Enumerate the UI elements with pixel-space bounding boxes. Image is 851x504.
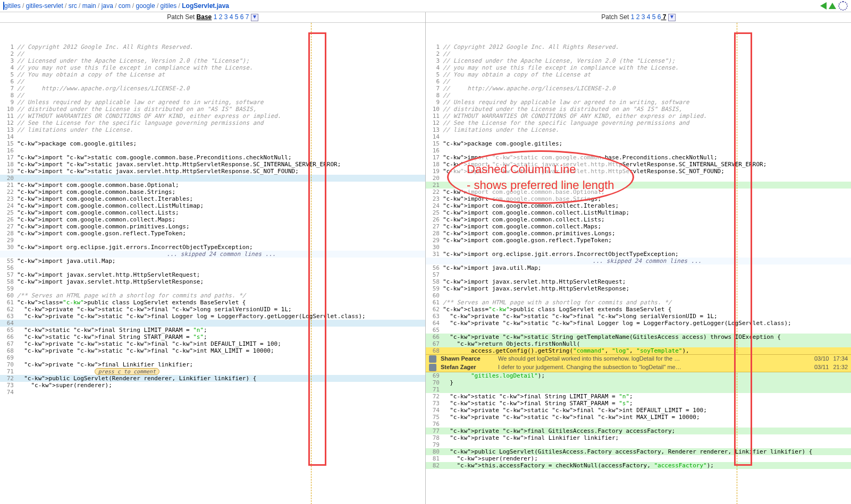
- code-line[interactable]: 7// http://www.apache.org/licenses/LICEN…: [426, 85, 851, 92]
- line-number[interactable]: 15: [426, 140, 443, 147]
- line-number[interactable]: 62: [0, 306, 17, 313]
- line-number[interactable]: 6: [426, 78, 443, 85]
- line-number[interactable]: 5: [426, 71, 443, 78]
- line-number[interactable]: 65: [0, 327, 17, 334]
- code-line[interactable]: 57: [426, 271, 851, 278]
- code-line[interactable]: 27"c-kw">import com.google.common.primit…: [0, 223, 425, 230]
- line-number[interactable]: 68: [0, 347, 17, 354]
- line-number[interactable]: 18: [0, 161, 17, 168]
- line-number[interactable]: 1: [426, 44, 443, 50]
- code-line[interactable]: 25"c-kw">import com.google.common.collec…: [426, 209, 851, 216]
- code-line[interactable]: 1// Copyright 2012 Google Inc. All Right…: [426, 44, 851, 50]
- line-number[interactable]: 11: [0, 113, 17, 119]
- code-line[interactable]: 31"c-kw">import org.eclipse.jgit.errors.…: [426, 251, 851, 258]
- line-number[interactable]: 24: [0, 202, 17, 209]
- code-line[interactable]: 24"c-kw">import com.google.common.collec…: [0, 202, 425, 209]
- line-number[interactable]: 1: [0, 44, 17, 50]
- patchset-num[interactable]: 7: [661, 13, 666, 21]
- line-number[interactable]: 9: [426, 99, 443, 106]
- code-line[interactable]: 30"c-kw">import org.eclipse.jgit.errors.…: [0, 244, 425, 251]
- line-number[interactable]: 10: [426, 106, 443, 113]
- line-number[interactable]: 56: [426, 264, 443, 271]
- line-number[interactable]: 75: [426, 414, 443, 421]
- code-line[interactable]: 70 }: [426, 379, 851, 386]
- line-number[interactable]: 60: [0, 292, 17, 299]
- breadcrumb-link[interactable]: gitiles: [161, 2, 177, 10]
- line-number[interactable]: 71: [426, 386, 443, 393]
- line-number[interactable]: 29: [0, 237, 17, 244]
- inline-comments[interactable]: Shawn PearceWe should get logDetail work…: [426, 354, 851, 372]
- code-line[interactable]: 81 "c-kw">super(renderer);: [426, 455, 851, 462]
- line-number[interactable]: 26: [426, 216, 443, 223]
- code-line[interactable]: 64 "c-kw">private "c-kw">static "c-kw">f…: [426, 320, 851, 327]
- code-line[interactable]: 21: [426, 182, 851, 189]
- code-line[interactable]: 6//: [0, 78, 425, 85]
- line-number[interactable]: 8: [0, 92, 17, 99]
- line-number[interactable]: 13: [426, 126, 443, 133]
- line-number[interactable]: 7: [0, 85, 17, 92]
- line-number[interactable]: 17: [0, 154, 17, 161]
- line-number[interactable]: 19: [426, 168, 443, 175]
- patchset-num[interactable]: 3: [222, 13, 228, 21]
- patchset-num[interactable]: 4: [228, 13, 233, 21]
- code-line[interactable]: 70 "c-kw">private "c-kw">final Linkifier…: [0, 361, 425, 368]
- line-number[interactable]: 68: [426, 347, 443, 354]
- line-number[interactable]: 29: [426, 237, 443, 244]
- code-line[interactable]: 82 "c-kw">this.accessFactory = checkNotN…: [426, 462, 851, 469]
- line-number[interactable]: 12: [426, 119, 443, 126]
- code-line[interactable]: 56"c-kw">import java.util.Map;: [426, 264, 851, 271]
- line-number[interactable]: 16: [0, 147, 17, 154]
- code-line[interactable]: 61/** Serves an HTML page with a shortlo…: [426, 299, 851, 306]
- code-line[interactable]: 24"c-kw">import com.google.common.collec…: [426, 202, 851, 209]
- line-number[interactable]: 28: [426, 230, 443, 237]
- line-number[interactable]: 24: [426, 202, 443, 209]
- code-line[interactable]: 4// you may not use this file except in …: [0, 64, 425, 71]
- code-line[interactable]: 68 access.getConfig().getString("command…: [426, 347, 851, 354]
- line-number[interactable]: 8: [426, 92, 443, 99]
- code-line[interactable]: 58"c-kw">import javax.servlet.http.HttpS…: [426, 278, 851, 285]
- line-number[interactable]: 20: [426, 175, 443, 182]
- code-line[interactable]: 67 "c-kw">private "c-kw">static "c-kw">f…: [0, 340, 425, 347]
- line-number[interactable]: 57: [426, 271, 443, 278]
- settings-gear-icon[interactable]: [838, 1, 848, 11]
- line-number[interactable]: 64: [0, 320, 17, 327]
- code-line[interactable]: 73 "c-kw">static "c-kw">final String STA…: [426, 400, 851, 407]
- breadcrumb-link[interactable]: java: [102, 2, 113, 10]
- patchset-num[interactable]: 4: [645, 13, 650, 21]
- line-number[interactable]: 80: [426, 448, 443, 455]
- code-line[interactable]: 3// Licensed under the Apache License, V…: [0, 57, 425, 64]
- code-line[interactable]: 21"c-kw">import com.google.common.base.O…: [0, 182, 425, 189]
- code-line[interactable]: 12// See the License for the specific la…: [426, 119, 851, 126]
- code-line[interactable]: 20: [0, 175, 425, 182]
- line-number[interactable]: 61: [426, 299, 443, 306]
- line-number[interactable]: 9: [0, 99, 17, 106]
- code-line[interactable]: 29"c-kw">import com.google.gson.reflect.…: [426, 237, 851, 244]
- patchset-num[interactable]: 3: [639, 13, 645, 21]
- code-left[interactable]: 1// Copyright 2012 Google Inc. All Right…: [0, 23, 425, 504]
- line-number[interactable]: 66: [0, 334, 17, 340]
- line-number[interactable]: 19: [0, 168, 17, 175]
- line-number[interactable]: 17: [426, 154, 443, 161]
- line-number[interactable]: 13: [0, 126, 17, 133]
- code-line[interactable]: 69 "gitiles.logDetail");: [426, 372, 851, 379]
- line-number[interactable]: 73: [0, 382, 17, 389]
- breadcrumb-link[interactable]: gitiles-servlet: [26, 2, 63, 10]
- code-line[interactable]: 59"c-kw">import javax.servlet.http.HttpS…: [426, 285, 851, 292]
- line-number[interactable]: 81: [426, 455, 443, 462]
- code-line[interactable]: 25"c-kw">import com.google.common.collec…: [0, 209, 425, 216]
- code-line[interactable]: 2//: [0, 50, 425, 57]
- code-line[interactable]: 19"c-kw">import "c-kw">static javax.serv…: [0, 168, 425, 175]
- code-line[interactable]: 65 "c-kw">static "c-kw">final String LIM…: [0, 327, 425, 334]
- code-line[interactable]: 3// Licensed under the Apache License, V…: [426, 57, 851, 64]
- code-line[interactable]: 55"c-kw">import java.util.Map;: [0, 258, 425, 264]
- comment-row[interactable]: Shawn PearceWe should get logDetail work…: [426, 355, 851, 363]
- line-number[interactable]: 30: [426, 244, 443, 251]
- line-number[interactable]: 74: [0, 389, 17, 396]
- code-right[interactable]: 1// Copyright 2012 Google Inc. All Right…: [426, 23, 851, 504]
- patchset-num[interactable]: 2: [217, 13, 222, 21]
- code-line[interactable]: 14: [0, 133, 425, 140]
- code-line[interactable]: 57"c-kw">import javax.servlet.http.HttpS…: [0, 271, 425, 278]
- download-icon[interactable]: [668, 14, 676, 21]
- line-number[interactable]: 16: [426, 147, 443, 154]
- code-line[interactable]: 27"c-kw">import com.google.common.collec…: [426, 223, 851, 230]
